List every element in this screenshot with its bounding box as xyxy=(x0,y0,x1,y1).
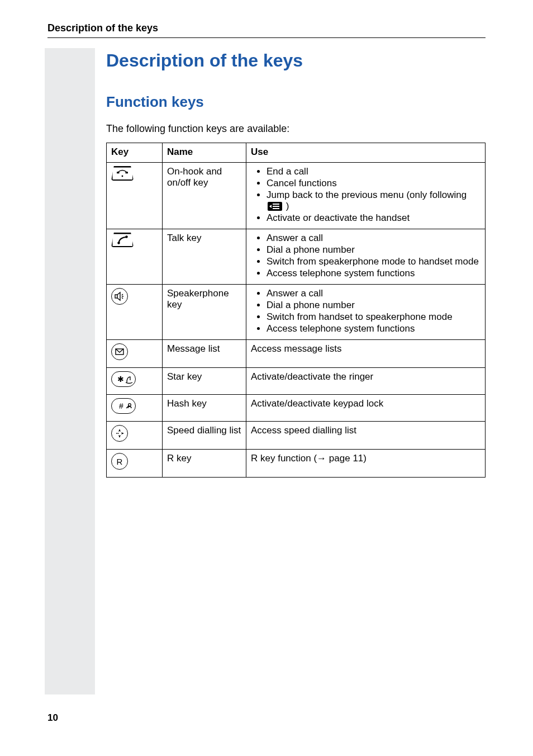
r-key-icon: R xyxy=(111,453,128,470)
use-item: Switch from speakerphone mode to handset… xyxy=(266,256,480,267)
content-area: Description of the keys Function keys Th… xyxy=(106,50,486,478)
use-cell: Answer a callDial a phone numberSwitch f… xyxy=(246,285,486,340)
svg-line-6 xyxy=(122,294,123,295)
hash-icon: # xyxy=(111,398,136,414)
use-cell: Answer a callDial a phone numberSwitch f… xyxy=(246,229,486,285)
on-hook-icon xyxy=(111,166,134,181)
talk-icon xyxy=(111,233,134,247)
svg-point-2 xyxy=(122,176,123,177)
use-item: Access telephone system functions xyxy=(266,323,480,334)
col-name: Name xyxy=(163,143,246,163)
arrow-icon: → xyxy=(317,453,326,464)
table-row: R R keyR key function (→ page 11) xyxy=(107,450,486,478)
key-cell xyxy=(107,163,163,229)
name-cell: Star key xyxy=(163,368,246,395)
svg-marker-14 xyxy=(121,432,124,434)
use-cell: Activate/deactivate keypad lock xyxy=(246,395,486,422)
table-row: Speakerphone keyAnswer a callDial a phon… xyxy=(107,285,486,340)
manual-page: Description of the keys Description of t… xyxy=(0,0,533,756)
use-item: Answer a call xyxy=(266,288,480,299)
use-item: Dial a phone number xyxy=(266,300,480,311)
message-icon xyxy=(111,343,128,360)
page-number: 10 xyxy=(47,712,58,724)
use-item: Answer a call xyxy=(266,233,480,244)
use-item: Jump back to the previous menu (only fol… xyxy=(266,190,480,212)
col-use: Use xyxy=(246,143,486,163)
use-item: Dial a phone number xyxy=(266,244,480,256)
table-row: Message listAccess message lists xyxy=(107,340,486,368)
table-row: Talk keyAnswer a callDial a phone number… xyxy=(107,229,486,285)
name-cell: Talk key xyxy=(163,229,246,285)
col-key: Key xyxy=(107,143,163,163)
table-row: ✱ Star keyActivate/deactivate the ringer xyxy=(107,368,486,395)
key-cell: ✱ xyxy=(107,368,163,395)
key-cell xyxy=(107,340,163,368)
use-cell: Activate/deactivate the ringer xyxy=(246,368,486,395)
star-icon: ✱ xyxy=(111,371,136,387)
use-text: R key function (→ page 11) xyxy=(251,453,367,464)
use-list: Answer a callDial a phone numberSwitch f… xyxy=(251,288,480,334)
speaker-icon xyxy=(111,288,128,305)
svg-point-16 xyxy=(116,433,117,434)
table-row: On-hook and on/off keyEnd a callCancel f… xyxy=(107,163,486,229)
svg-rect-0 xyxy=(117,172,120,173)
use-item: Cancel functions xyxy=(266,178,480,189)
use-cell: Access message lists xyxy=(246,340,486,368)
use-text: Jump back to the previous menu (only fol… xyxy=(266,190,467,200)
name-cell: Speakerphone key xyxy=(163,285,246,340)
use-item: Switch from handset to speakerphone mode xyxy=(266,311,480,323)
use-cell: End a callCancel functionsJump back to t… xyxy=(246,163,486,229)
name-cell: Speed dialling list xyxy=(163,422,246,450)
use-cell: R key function (→ page 11) xyxy=(246,450,486,478)
use-cell: Access speed dialling list xyxy=(246,422,486,450)
name-cell: Message list xyxy=(163,340,246,368)
svg-point-4 xyxy=(125,235,127,238)
use-list: Answer a callDial a phone numberSwitch f… xyxy=(251,233,480,279)
svg-point-3 xyxy=(117,242,120,244)
key-cell: # xyxy=(107,395,163,422)
table-header-row: Key Name Use xyxy=(107,143,486,163)
key-cell xyxy=(107,422,163,450)
use-item: End a call xyxy=(266,166,480,177)
svg-marker-15 xyxy=(118,435,121,438)
page-title: Description of the keys xyxy=(106,50,486,71)
keys-table: Key Name Use On-hook and on/off keyEnd a… xyxy=(106,143,486,478)
key-cell xyxy=(107,285,163,340)
key-cell xyxy=(107,229,163,285)
table-row: Speed dialling listAccess speed dialling… xyxy=(107,422,486,450)
name-cell: Hash key xyxy=(163,395,246,422)
use-text: ) xyxy=(283,201,289,211)
use-item: Activate or deactivate the handset xyxy=(266,212,480,224)
menu-icon xyxy=(268,202,282,211)
table-row: # Hash keyActivate/deactivate keypad loc… xyxy=(107,395,486,422)
page-ref: 11 xyxy=(353,453,363,464)
side-stripe xyxy=(45,48,95,694)
key-cell: R xyxy=(107,450,163,478)
svg-text:#: # xyxy=(119,401,123,410)
svg-line-8 xyxy=(122,297,123,299)
running-header: Description of the keys xyxy=(47,22,486,38)
svg-rect-5 xyxy=(115,295,117,298)
speed-dial-icon xyxy=(111,425,128,442)
section-heading: Function keys xyxy=(106,93,486,111)
use-list: End a callCancel functionsJump back to t… xyxy=(251,166,480,224)
intro-text: The following function keys are availabl… xyxy=(106,123,486,135)
svg-marker-13 xyxy=(118,429,121,432)
use-item: Access telephone system functions xyxy=(266,268,480,279)
svg-point-17 xyxy=(118,433,119,434)
name-cell: R key xyxy=(163,450,246,478)
svg-rect-1 xyxy=(126,172,129,173)
name-cell: On-hook and on/off key xyxy=(163,163,246,229)
